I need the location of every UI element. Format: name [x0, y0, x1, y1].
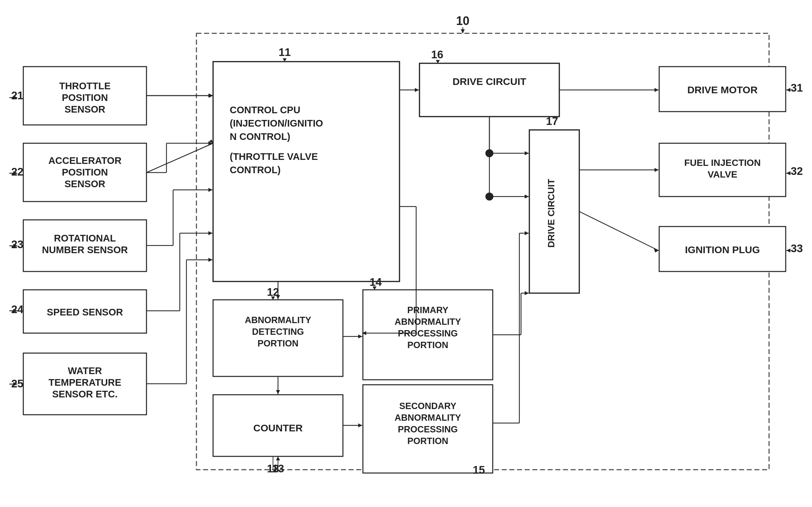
svg-text:10: 10 [456, 14, 470, 27]
svg-text:SENSOR: SENSOR [65, 104, 106, 115]
svg-text:PRIMARY: PRIMARY [407, 305, 448, 315]
svg-text:11: 11 [279, 46, 291, 58]
svg-text:ABNORMALITY: ABNORMALITY [394, 413, 461, 423]
svg-marker-99 [208, 94, 212, 98]
svg-marker-122 [525, 151, 529, 155]
svg-text:CONTROL): CONTROL) [230, 165, 280, 175]
svg-text:PORTION: PORTION [407, 340, 448, 350]
svg-text:POSITION: POSITION [62, 167, 108, 177]
svg-marker-107 [208, 188, 212, 192]
svg-text:14: 14 [370, 276, 382, 288]
svg-text:NUMBER SENSOR: NUMBER SENSOR [42, 244, 128, 255]
svg-text:PORTION: PORTION [407, 436, 448, 446]
svg-marker-139 [358, 424, 362, 428]
svg-text:DRIVE CIRCUIT: DRIVE CIRCUIT [452, 76, 526, 87]
svg-text:23: 23 [11, 238, 24, 250]
svg-text:SENSOR: SENSOR [65, 178, 106, 189]
svg-marker-88 [787, 171, 790, 175]
svg-text:VALVE: VALVE [707, 169, 737, 179]
svg-text:SPEED SENSOR: SPEED SENSOR [47, 307, 123, 318]
svg-text:17: 17 [546, 115, 558, 127]
svg-point-127 [485, 192, 493, 201]
svg-text:22: 22 [11, 166, 24, 178]
svg-text:SENSOR ETC.: SENSOR ETC. [52, 389, 118, 399]
svg-text:33: 33 [791, 242, 803, 255]
svg-text:PORTION: PORTION [257, 338, 298, 348]
svg-text:(INJECTION/IGNITIO: (INJECTION/IGNITIO [230, 118, 323, 128]
diagram-svg: 10 THROTTLE POSITION SENSOR 21 ACCELERAT… [0, 0, 812, 507]
svg-line-130 [579, 212, 659, 250]
svg-text:DRIVE CIRCUIT: DRIVE CIRCUIT [546, 179, 556, 248]
svg-marker-93 [787, 248, 790, 252]
svg-text:TEMPERATURE: TEMPERATURE [49, 377, 122, 388]
svg-text:THROTTLE: THROTTLE [59, 80, 111, 91]
svg-point-126 [485, 149, 493, 157]
svg-marker-151 [525, 231, 529, 235]
svg-text:ABNORMALITY: ABNORMALITY [394, 317, 461, 327]
svg-text:15: 15 [473, 464, 485, 476]
svg-text:PROCESSING: PROCESSING [398, 425, 458, 434]
svg-text:32: 32 [791, 165, 803, 177]
svg-marker-129 [654, 168, 659, 172]
svg-text:WATER: WATER [68, 365, 102, 376]
svg-marker-111 [208, 231, 212, 235]
svg-text:31: 31 [791, 81, 803, 94]
svg-marker-154 [276, 456, 280, 460]
svg-text:ABNORMALITY: ABNORMALITY [245, 315, 311, 325]
svg-rect-53 [213, 300, 343, 377]
diagram-container: 10 THROTTLE POSITION SENSOR 21 ACCELERAT… [0, 0, 812, 507]
svg-marker-119 [654, 88, 659, 92]
svg-marker-117 [415, 88, 419, 92]
svg-text:CONTROL CPU: CONTROL CPU [230, 105, 300, 115]
svg-marker-135 [276, 390, 280, 394]
svg-text:COUNTER: COUNTER [253, 422, 303, 433]
svg-line-96 [146, 143, 213, 173]
svg-text:24: 24 [11, 303, 24, 316]
svg-marker-147 [525, 291, 529, 295]
svg-text:DRIVE MOTOR: DRIVE MOTOR [687, 84, 757, 95]
svg-text:N CONTROL): N CONTROL) [230, 131, 290, 142]
svg-marker-137 [358, 334, 362, 338]
svg-text:IGNITION PLUG: IGNITION PLUG [685, 244, 760, 255]
svg-text:POSITION: POSITION [62, 92, 108, 103]
svg-text:FUEL INJECTION: FUEL INJECTION [684, 158, 761, 168]
svg-marker-115 [208, 258, 212, 262]
svg-text:DETECTING: DETECTING [252, 327, 304, 337]
svg-text:25: 25 [11, 378, 24, 390]
svg-text:16: 16 [431, 48, 443, 61]
svg-marker-82 [787, 88, 790, 92]
svg-text:ROTATIONAL: ROTATIONAL [54, 233, 116, 243]
svg-marker-3 [461, 29, 465, 33]
svg-text:(THROTTLE VALVE: (THROTTLE VALVE [230, 151, 318, 162]
svg-marker-125 [525, 194, 529, 199]
svg-text:ACCELERATOR: ACCELERATOR [48, 155, 122, 166]
svg-text:SECONDARY: SECONDARY [399, 401, 456, 411]
svg-rect-45 [420, 63, 559, 117]
svg-text:21: 21 [11, 89, 24, 102]
